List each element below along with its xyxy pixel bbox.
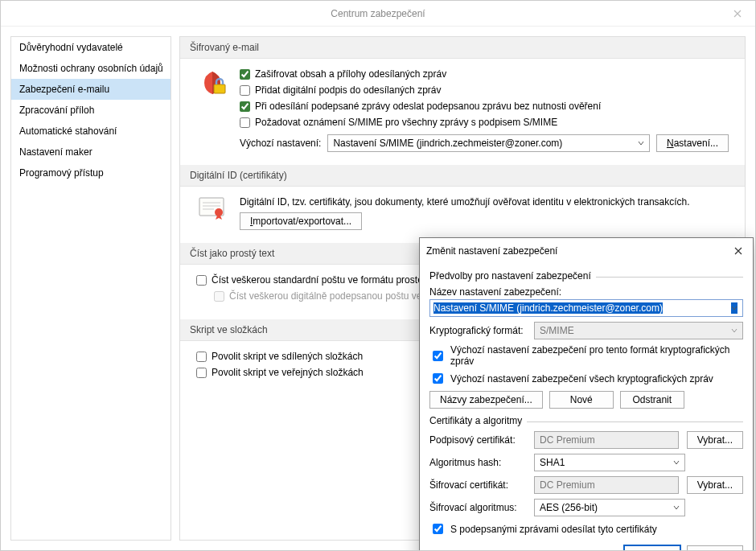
cb-label: S podepsanými zprávami odesílat tyto cer… bbox=[450, 524, 657, 535]
close-icon[interactable] bbox=[730, 243, 746, 259]
sidebar-item-label: Zabezpečení e-mailu bbox=[19, 84, 109, 95]
choose-signing-cert-button[interactable]: Vybrat... bbox=[687, 431, 743, 449]
cb-request-receipt[interactable] bbox=[240, 117, 250, 128]
section-header-encrypted: Šifrovaný e-mail bbox=[180, 37, 745, 59]
choose-encryption-cert-button[interactable]: Vybrat... bbox=[687, 476, 743, 494]
dialog-body: Předvolby pro nastavení zabezpečení Náze… bbox=[420, 264, 753, 551]
group-legend: Certifikáty a algoritmy bbox=[429, 415, 527, 426]
new-button[interactable]: Nové bbox=[549, 391, 614, 409]
svg-point-5 bbox=[215, 208, 223, 216]
digitalid-description: Digitální ID, tzv. certifikáty, jsou dok… bbox=[240, 196, 729, 208]
cb-label: Přidat digitální podpis do odesílaných z… bbox=[255, 84, 441, 96]
field-value: DC Premium bbox=[540, 479, 595, 491]
sidebar-item-label: Důvěryhodní vydavatelé bbox=[19, 42, 123, 53]
field-value: DC Premium bbox=[540, 434, 595, 446]
ok-button[interactable]: OK bbox=[624, 545, 680, 551]
cb-script-public[interactable] bbox=[196, 368, 207, 378]
section-body-digitalid: Digitální ID, tzv. certifikáty, jsou dok… bbox=[180, 187, 745, 243]
cb-send-cleartext[interactable] bbox=[240, 101, 250, 112]
group-preferences: Předvolby pro nastavení zabezpečení bbox=[429, 270, 743, 282]
svg-rect-0 bbox=[214, 84, 225, 93]
delete-button[interactable]: Odstranit bbox=[620, 391, 684, 409]
titlebar: Centrum zabezpečení bbox=[1, 1, 755, 27]
sidebar-item-attachments[interactable]: Zpracování příloh bbox=[11, 100, 171, 121]
signing-cert-field: DC Premium bbox=[534, 431, 679, 449]
sidebar-item-macro-settings[interactable]: Nastavení maker bbox=[11, 142, 171, 162]
chevron-down-icon bbox=[731, 325, 738, 336]
certificate-icon bbox=[196, 196, 228, 230]
default-setting-label: Výchozí nastavení: bbox=[240, 138, 321, 149]
settings-button[interactable]: Nastavení... bbox=[656, 134, 729, 152]
group-legend: Předvolby pro nastavení zabezpečení bbox=[429, 270, 596, 282]
security-names-button[interactable]: Názvy zabezpečení... bbox=[429, 391, 543, 409]
cb-script-shared[interactable] bbox=[196, 352, 207, 362]
sidebar-item-label: Programový přístup bbox=[19, 167, 104, 179]
chevron-down-icon bbox=[673, 502, 680, 513]
crypto-format-label: Kryptografický formát: bbox=[429, 325, 526, 336]
import-export-button[interactable]: Importovat/exportovat... bbox=[240, 212, 362, 230]
cancel-button[interactable]: Zrušit bbox=[687, 545, 743, 551]
select-value: SHA1 bbox=[540, 457, 565, 468]
dialog-titlebar: Změnit nastavení zabezpečení bbox=[420, 238, 753, 264]
encryption-alg-select[interactable]: AES (256-bit) bbox=[534, 499, 685, 516]
select-value: AES (256-bit) bbox=[540, 502, 598, 513]
chevron-down-icon bbox=[638, 138, 644, 149]
sidebar: Důvěryhodní vydavatelé Možnosti ochrany … bbox=[10, 36, 171, 541]
sidebar-item-email-security[interactable]: Zabezpečení e-mailu bbox=[11, 79, 171, 100]
close-icon[interactable] bbox=[719, 1, 755, 27]
cb-default-format[interactable] bbox=[433, 351, 443, 361]
group-certs: Certifikáty a algoritmy bbox=[429, 415, 743, 426]
security-name-label: Název nastavení zabezpečení: bbox=[429, 286, 743, 298]
cb-read-plain[interactable] bbox=[196, 275, 207, 286]
change-security-settings-dialog: Změnit nastavení zabezpečení Předvolby p… bbox=[419, 237, 754, 551]
select-value: S/MIME bbox=[540, 325, 574, 336]
trust-center-window: Centrum zabezpečení Důvěryhodní vydavate… bbox=[0, 0, 756, 551]
sidebar-item-privacy[interactable]: Možnosti ochrany osobních údajů bbox=[11, 58, 171, 79]
cb-label: Při odesílání podepsané zprávy odeslat p… bbox=[255, 101, 601, 112]
section-body-encrypted: Zašifrovat obsah a přílohy odesílaných z… bbox=[180, 59, 745, 165]
cb-encrypt-content[interactable] bbox=[240, 69, 250, 80]
encrypted-mail-icon bbox=[196, 68, 228, 152]
section-header-digitalid: Digitální ID (certifikáty) bbox=[180, 165, 745, 187]
cb-read-signed-plain bbox=[214, 291, 224, 302]
sidebar-item-label: Možnosti ochrany osobních údajů bbox=[19, 63, 163, 74]
crypto-format-select: S/MIME bbox=[534, 322, 743, 339]
sidebar-item-label: Nastavení maker bbox=[19, 146, 92, 158]
encryption-cert-field: DC Premium bbox=[534, 476, 679, 494]
default-setting-select[interactable]: Nastavení S/MIME (jindrich.zechmeister@z… bbox=[327, 134, 650, 152]
sidebar-item-publishers[interactable]: Důvěryhodní vydavatelé bbox=[11, 37, 171, 58]
sidebar-item-label: Automatické stahování bbox=[19, 125, 117, 137]
cb-label: Výchozí nastavení zabezpečení pro tento … bbox=[450, 344, 743, 367]
cb-label: Požadovat oznámení S/MIME pro všechny zp… bbox=[255, 117, 557, 128]
encryption-cert-label: Šifrovací certifikát: bbox=[429, 479, 526, 491]
cb-send-certs[interactable] bbox=[433, 524, 443, 534]
security-name-combobox[interactable]: Nastavení S/MIME (jindrich.zechmeister@z… bbox=[429, 299, 743, 317]
encryption-alg-label: Šifrovací algoritmus: bbox=[429, 502, 526, 513]
chevron-down-icon bbox=[673, 457, 680, 468]
select-value: Nastavení S/MIME (jindrich.zechmeister@z… bbox=[333, 138, 562, 149]
sidebar-item-auto-download[interactable]: Automatické stahování bbox=[11, 121, 171, 142]
dialog-title: Změnit nastavení zabezpečení bbox=[426, 245, 557, 257]
cb-add-signature[interactable] bbox=[240, 85, 250, 96]
chevron-down-icon bbox=[731, 302, 738, 314]
cb-label: Povolit skript ve veřejných složkách bbox=[212, 367, 364, 378]
combobox-value: Nastavení S/MIME (jindrich.zechmeister@z… bbox=[433, 302, 663, 314]
hash-alg-select[interactable]: SHA1 bbox=[534, 454, 685, 471]
cb-label: Povolit skript ve sdílených složkách bbox=[212, 351, 363, 362]
cb-label: Zašifrovat obsah a přílohy odesílaných z… bbox=[255, 68, 446, 80]
cb-label: Výchozí nastavení zabezpečení všech kryp… bbox=[450, 373, 713, 384]
signing-cert-label: Podpisový certifikát: bbox=[429, 434, 526, 446]
window-title: Centrum zabezpečení bbox=[331, 8, 425, 19]
sidebar-item-programmatic-access[interactable]: Programový přístup bbox=[11, 162, 171, 183]
sidebar-item-label: Zpracování příloh bbox=[19, 105, 94, 116]
cb-default-all[interactable] bbox=[433, 373, 443, 384]
hash-alg-label: Algoritmus hash: bbox=[429, 457, 526, 468]
